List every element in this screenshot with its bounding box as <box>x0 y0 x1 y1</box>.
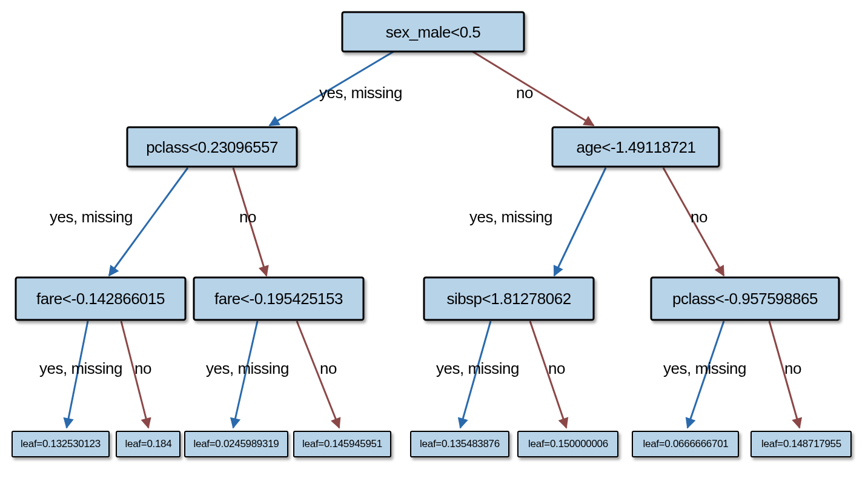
tree-node-l2-1: fare<-0.195425153 <box>194 277 363 320</box>
node-label: fare<-0.142866015 <box>36 290 165 308</box>
node-label: pclass<0.23096557 <box>146 138 278 156</box>
edge-root-no <box>472 51 594 125</box>
edge-label-n0-no: no <box>134 359 151 377</box>
edge-label-root-yes: yes, missing <box>319 84 402 102</box>
edge-label-n1-no: no <box>320 359 337 377</box>
edge-label-l1right-yes: yes, missing <box>469 208 552 226</box>
edge-label-l1right-no: no <box>691 208 707 226</box>
node-label: age<-1.49118721 <box>576 138 695 156</box>
tree-leaf-3: leaf=0.145945951 <box>294 431 391 457</box>
leaf-label: leaf=0.132530123 <box>21 438 101 450</box>
tree-leaf-0: leaf=0.132530123 <box>12 431 109 457</box>
tree-leaf-2: leaf=0.0245989319 <box>185 431 288 457</box>
tree-leaf-5: leaf=0.150000006 <box>518 431 618 457</box>
tree-leaf-4: leaf=0.135483876 <box>411 431 509 457</box>
tree-node-root: sex_male<0.5 <box>342 12 524 51</box>
node-label: pclass<-0.957598865 <box>672 290 818 308</box>
edge-label-n0-yes: yes, missing <box>39 359 122 377</box>
tree-leaf-1: leaf=0.184 <box>116 431 180 457</box>
edge-label-n1-yes: yes, missing <box>206 359 289 377</box>
edge-label-n2-no: no <box>548 359 565 377</box>
edge-label-l1left-yes: yes, missing <box>50 208 133 226</box>
leaf-label: leaf=0.0666666701 <box>643 438 729 450</box>
node-label: sibsp<1.81278062 <box>446 290 571 308</box>
edge-label-n3-yes: yes, missing <box>663 359 746 377</box>
tree-node-l2-2: sibsp<1.81278062 <box>424 277 594 320</box>
leaf-label: leaf=0.145945951 <box>302 438 382 450</box>
node-label: fare<-0.195425153 <box>214 290 343 308</box>
leaf-label: leaf=0.184 <box>125 438 172 450</box>
tree-node-l2-3: pclass<-0.957598865 <box>651 277 839 320</box>
tree-node-l1-right: age<-1.49118721 <box>552 127 719 167</box>
tree-node-l2-0: fare<-0.142866015 <box>16 277 185 320</box>
leaf-label: leaf=0.135483876 <box>420 438 500 450</box>
edge-label-n3-no: no <box>784 359 801 377</box>
tree-leaf-7: leaf=0.148717955 <box>751 431 851 457</box>
decision-tree-diagram: yes, missing no yes, missing no yes, mis… <box>0 0 868 478</box>
leaf-label: leaf=0.148717955 <box>761 438 841 450</box>
leaf-label: leaf=0.150000006 <box>528 438 608 450</box>
node-label: sex_male<0.5 <box>386 23 481 41</box>
tree-leaf-6: leaf=0.0666666701 <box>632 431 738 457</box>
edge-label-l1left-no: no <box>239 208 256 226</box>
leaf-label: leaf=0.0245989319 <box>194 438 279 450</box>
tree-node-l1-left: pclass<0.23096557 <box>127 127 297 167</box>
edge-label-root-no: no <box>516 84 533 102</box>
edge-l1right-yes <box>554 168 606 276</box>
edge-label-n2-yes: yes, missing <box>436 359 519 377</box>
